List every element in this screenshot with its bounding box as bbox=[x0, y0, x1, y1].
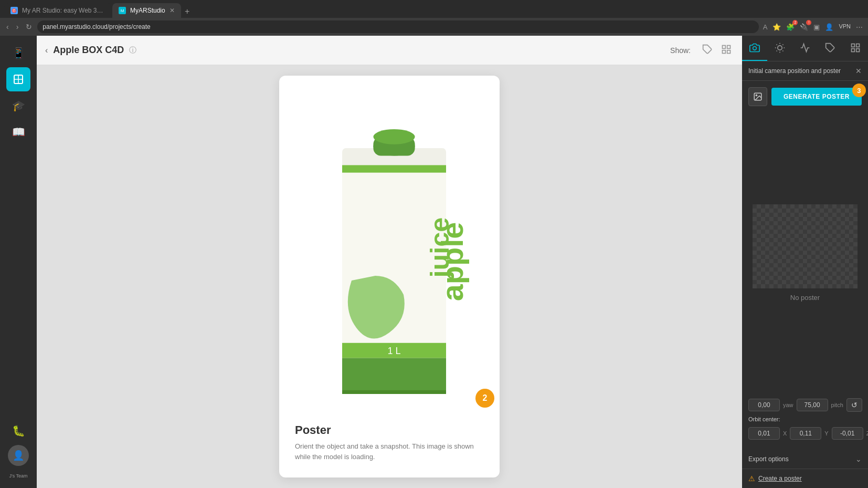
app-container: 📱 🎓 📖 🐛 👤 J's Team ‹ bbox=[0, 36, 868, 488]
yaw-label: yaw bbox=[783, 402, 793, 408]
show-icons bbox=[700, 42, 734, 59]
svg-point-23 bbox=[778, 46, 782, 50]
orbit-z-input[interactable] bbox=[832, 427, 863, 440]
top-bar: ‹ Apple BOX C4D ⓘ Show: bbox=[37, 36, 742, 65]
generate-poster-label: GENERATE POSTER bbox=[784, 93, 850, 100]
translate-icon[interactable]: A bbox=[762, 22, 769, 32]
tools-icon bbox=[800, 43, 810, 53]
generate-poster-area: GENERATE POSTER 3 bbox=[742, 81, 868, 112]
export-options-title: Export options bbox=[748, 455, 789, 463]
step-2-badge: 2 bbox=[475, 389, 494, 408]
poster-image-container: apple juice 1 L bbox=[295, 91, 484, 413]
avatar-label: J's Team bbox=[9, 473, 27, 479]
poster-thumbnail-button[interactable] bbox=[748, 87, 767, 106]
sidebar-item-phone[interactable]: 📱 bbox=[6, 41, 30, 65]
extension-icon-1[interactable]: 🧩2 bbox=[785, 22, 796, 32]
svg-rect-6 bbox=[727, 50, 731, 53]
create-poster-bar: ⚠ Create a poster bbox=[742, 469, 868, 488]
tab-ar-studio[interactable]: 🎯 My AR Studio: easy Web 3D Viewer... bbox=[4, 3, 112, 18]
right-panel-tabs bbox=[742, 36, 868, 61]
panel-section-camera: Initial camera position and poster ✕ bbox=[742, 61, 868, 81]
light-icon bbox=[775, 43, 785, 53]
book-icon: 📖 bbox=[12, 126, 25, 138]
svg-rect-34 bbox=[856, 44, 860, 47]
yaw-pitch-row: yaw pitch ↺ bbox=[748, 398, 862, 412]
create-poster-link[interactable]: Create a poster bbox=[758, 475, 802, 482]
left-sidebar: 📱 🎓 📖 🐛 👤 J's Team bbox=[0, 36, 37, 488]
svg-point-22 bbox=[753, 47, 757, 50]
poster-description: Orient the object and take a snapshot. T… bbox=[295, 441, 484, 462]
svg-rect-20 bbox=[342, 358, 446, 394]
avatar[interactable]: 👤 bbox=[8, 445, 29, 466]
svg-point-11 bbox=[373, 129, 415, 144]
address-bar[interactable]: panel.myarstudio.cloud/projects/create bbox=[37, 20, 758, 33]
export-chevron-icon[interactable]: ⌄ bbox=[855, 455, 862, 463]
section-header: Initial camera position and poster ✕ bbox=[748, 67, 862, 75]
orbit-center-label: Orbit center: bbox=[748, 416, 862, 422]
reload-button[interactable]: ↻ bbox=[24, 20, 34, 33]
no-poster-text: No poster bbox=[790, 294, 820, 302]
extension-icon-2[interactable]: 🔌! bbox=[799, 22, 809, 32]
main-content: ‹ Apple BOX C4D ⓘ Show: bbox=[37, 36, 742, 488]
orbit-center-row: X Y Z ↺ bbox=[748, 427, 862, 440]
sidebar-item-book[interactable]: 📖 bbox=[6, 120, 30, 144]
orbit-x-input[interactable] bbox=[748, 427, 780, 440]
tab-export[interactable] bbox=[843, 36, 868, 61]
svg-rect-36 bbox=[852, 49, 855, 52]
tag-show-icon[interactable] bbox=[700, 42, 715, 59]
tab-camera[interactable] bbox=[742, 36, 767, 61]
canvas-area[interactable]: apple juice 1 L bbox=[37, 65, 742, 488]
tab-close-button[interactable]: ✕ bbox=[170, 7, 175, 14]
camera-icon bbox=[749, 43, 760, 53]
tab-light[interactable] bbox=[767, 36, 792, 61]
right-panel: Initial camera position and poster ✕ GEN… bbox=[742, 36, 868, 488]
grid-show-icon[interactable] bbox=[719, 42, 734, 59]
bookmark-icon[interactable]: ⭐ bbox=[771, 22, 782, 32]
no-poster-area: No poster bbox=[742, 112, 868, 393]
url-text: panel.myarstudio.cloud/projects/create bbox=[43, 23, 150, 30]
orbit-y-label: Y bbox=[824, 430, 828, 437]
vpn-label[interactable]: VPN bbox=[838, 22, 852, 32]
sidebar-bottom: 🐛 👤 J's Team bbox=[6, 419, 30, 483]
svg-line-26 bbox=[777, 45, 777, 45]
sidebar-item-ar[interactable] bbox=[6, 67, 30, 91]
tab-favicon-2: M bbox=[119, 7, 126, 14]
new-tab-button[interactable]: + bbox=[181, 5, 194, 18]
export-icon bbox=[850, 43, 861, 53]
sidebar-item-bug[interactable]: 🐛 bbox=[6, 419, 30, 443]
sidebar-item-academy[interactable]: 🎓 bbox=[6, 94, 30, 118]
tab-myarstudio[interactable]: M MyARStudio ✕ bbox=[112, 3, 181, 18]
menu-icon[interactable]: ⋯ bbox=[855, 22, 864, 32]
svg-line-27 bbox=[782, 50, 783, 51]
orbit-y-input[interactable] bbox=[790, 427, 821, 440]
tab-favicon-1: 🎯 bbox=[10, 7, 18, 14]
camera-controls: yaw pitch ↺ Orbit center: X Y Z ↺ bbox=[742, 393, 868, 450]
export-options-header[interactable]: Export options ⌄ bbox=[748, 455, 862, 463]
tablet-icon[interactable]: ▣ bbox=[812, 22, 821, 32]
back-project-button[interactable]: ‹ bbox=[45, 46, 48, 55]
back-button[interactable]: ‹ bbox=[4, 20, 11, 33]
profile-icon[interactable]: 👤 bbox=[824, 22, 834, 32]
image-icon bbox=[753, 92, 763, 101]
forward-button[interactable]: › bbox=[14, 20, 21, 33]
generate-poster-button[interactable]: GENERATE POSTER 3 bbox=[771, 88, 862, 106]
svg-rect-4 bbox=[723, 45, 726, 48]
info-icon[interactable]: ⓘ bbox=[129, 46, 136, 55]
svg-text:1 L: 1 L bbox=[387, 346, 400, 356]
svg-point-38 bbox=[756, 95, 757, 96]
yaw-input[interactable] bbox=[748, 399, 780, 411]
pitch-input[interactable] bbox=[797, 399, 828, 411]
tab-tools[interactable] bbox=[792, 36, 818, 61]
ar-cube-icon bbox=[12, 73, 25, 86]
yaw-pitch-reset-button[interactable]: ↺ bbox=[846, 398, 862, 412]
svg-rect-12 bbox=[342, 165, 446, 172]
svg-rect-7 bbox=[723, 50, 726, 53]
export-options-section: Export options ⌄ bbox=[742, 450, 868, 469]
tab-tags[interactable] bbox=[818, 36, 843, 61]
svg-line-30 bbox=[777, 50, 777, 51]
academy-icon: 🎓 bbox=[12, 99, 25, 112]
tab-label-2: MyARStudio bbox=[130, 7, 165, 14]
svg-rect-21 bbox=[342, 390, 446, 394]
section-collapse-button[interactable]: ✕ bbox=[855, 67, 862, 75]
tab-label-1: My AR Studio: easy Web 3D Viewer... bbox=[22, 7, 106, 14]
